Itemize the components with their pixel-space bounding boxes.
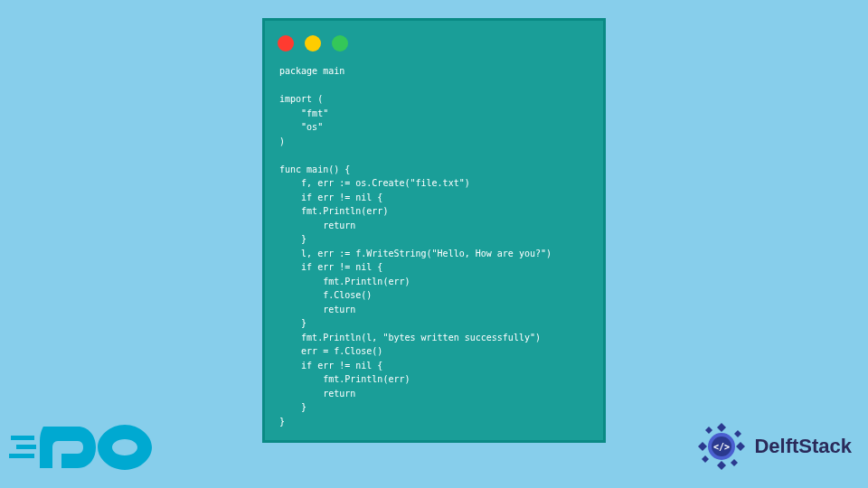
delftstack-icon: </> bbox=[696, 421, 747, 472]
go-logo bbox=[9, 416, 163, 479]
svg-marker-3 bbox=[717, 423, 726, 432]
svg-text:</>: </> bbox=[713, 442, 730, 452]
code-block: package main import ( "fmt" "os" ) func … bbox=[265, 61, 603, 443]
minimize-icon bbox=[305, 35, 321, 52]
maximize-icon bbox=[332, 35, 348, 52]
delftstack-label: DelftStack bbox=[754, 435, 852, 458]
svg-marker-7 bbox=[734, 430, 741, 437]
svg-marker-9 bbox=[731, 459, 738, 466]
svg-marker-4 bbox=[717, 461, 726, 470]
svg-rect-2 bbox=[9, 454, 34, 458]
svg-rect-0 bbox=[11, 436, 34, 440]
code-window: package main import ( "fmt" "os" ) func … bbox=[262, 18, 606, 443]
svg-marker-5 bbox=[698, 442, 707, 451]
close-icon bbox=[278, 35, 294, 52]
svg-rect-1 bbox=[16, 445, 36, 449]
svg-marker-10 bbox=[702, 455, 709, 463]
delftstack-logo: </> DelftStack bbox=[696, 421, 852, 472]
svg-marker-8 bbox=[705, 427, 712, 434]
window-traffic-lights bbox=[265, 21, 603, 61]
svg-marker-6 bbox=[736, 442, 745, 451]
